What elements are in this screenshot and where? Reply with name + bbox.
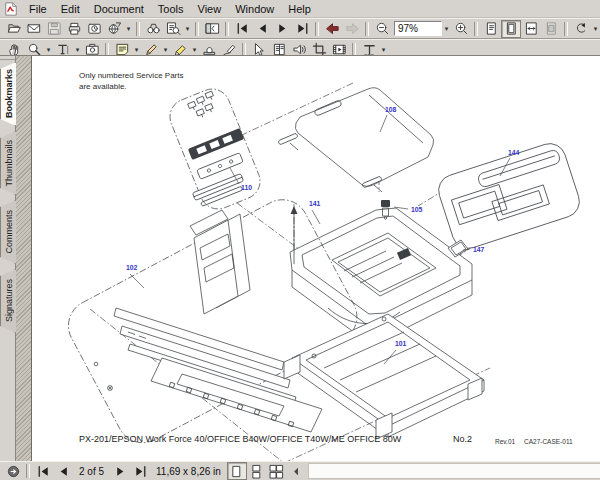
first-icon (235, 21, 250, 36)
main-area: BookmarksThumbnailsCommentsSignatures (0, 55, 600, 462)
fitvisible-icon (544, 21, 559, 36)
email-button[interactable] (24, 20, 44, 38)
tab-comments[interactable]: Comments (0, 200, 16, 264)
diagram-title: PX-201/EPSON Work Force 40/OFFICE B40W/O… (79, 434, 401, 444)
leader-line-141 (312, 210, 320, 224)
navigation-pane-splitter[interactable] (15, 56, 32, 462)
open-button[interactable] (4, 20, 24, 38)
hscroll-left-button[interactable] (287, 462, 307, 480)
menu-document[interactable]: Document (87, 2, 151, 16)
searchdoc-icon (166, 21, 181, 36)
menu-file[interactable]: File (22, 2, 54, 16)
search-button[interactable] (163, 20, 183, 38)
revision-label: Rev.01 (495, 438, 515, 445)
continuous-facing-layout-button[interactable] (267, 462, 287, 480)
previous-page-button[interactable] (252, 20, 272, 38)
menu-tools[interactable]: Tools (151, 2, 191, 16)
first-page-button[interactable] (232, 20, 252, 38)
page-size-indicator: 11,69 x 8,26 in (150, 466, 227, 477)
part-number-110: 110 (241, 184, 252, 191)
drawing-code: CA27-CASE-011 (524, 438, 573, 445)
open-icon (7, 21, 22, 36)
tab-label: Bookmarks (4, 69, 14, 118)
menu-window[interactable]: Window (228, 2, 281, 16)
status-previous-page-button[interactable] (53, 462, 73, 480)
page-indicator: 2 of 5 (73, 466, 110, 477)
menu-help[interactable]: Help (281, 2, 318, 16)
viewback-icon (325, 21, 340, 36)
continuous-layout-button[interactable] (247, 462, 267, 480)
find-button[interactable] (143, 20, 163, 38)
tab-signatures[interactable]: Signatures (0, 269, 16, 333)
viewfwd-icon (345, 21, 360, 36)
zoomout-icon (375, 21, 390, 36)
toolbar-separator (195, 22, 199, 36)
part-number-144: 144 (508, 149, 520, 156)
previous-view-button[interactable] (322, 20, 342, 38)
fit-width-button[interactable] (521, 20, 541, 38)
next-icon (113, 464, 128, 479)
rotate-view-button[interactable] (571, 20, 591, 38)
single-page-layout-button[interactable] (227, 462, 247, 480)
zoom-level-combo[interactable]: 97% (394, 21, 442, 36)
status-next-page-button[interactable] (110, 462, 130, 480)
createpdf-icon (107, 21, 122, 36)
zoom-level-combo-dropdown-arrow-icon[interactable]: ▾ (442, 21, 451, 37)
fitwidth-icon (524, 21, 539, 36)
toolbar-separator (365, 22, 369, 36)
tab-bookmarks[interactable]: Bookmarks (0, 62, 16, 126)
tab-thumbnails[interactable]: Thumbnails (0, 131, 16, 195)
actualsize-icon (484, 21, 499, 36)
organizer-button[interactable] (84, 20, 104, 38)
acrobat-pdf-icon (4, 2, 18, 16)
part-number-147: 147 (473, 246, 485, 253)
create-pdf-button-dropdown-arrow-icon[interactable]: ▾ (124, 21, 133, 37)
fit-visible-button (541, 20, 561, 38)
rotate-view-button-dropdown-arrow-icon[interactable]: ▾ (591, 21, 600, 37)
next-page-button[interactable] (272, 20, 292, 38)
last-icon (295, 21, 310, 36)
part-number-102: 102 (126, 264, 138, 271)
tab-label: Signatures (4, 279, 14, 322)
status-first-page-button[interactable] (33, 462, 53, 480)
status-last-page-button[interactable] (130, 462, 150, 480)
create-pdf-button[interactable] (104, 20, 124, 38)
singlepage-icon (229, 464, 244, 479)
part-number-108: 108 (385, 106, 397, 113)
exploded-parts-diagram: 108144110141105147102101 (32, 56, 600, 462)
fit-page-button[interactable] (501, 20, 521, 38)
continuous-icon (249, 464, 264, 479)
navigation-pane-button[interactable] (202, 20, 222, 38)
menu-edit[interactable]: Edit (54, 2, 87, 16)
first-icon (36, 464, 51, 479)
zoom-in-button[interactable] (451, 20, 471, 38)
file-toolbar: ▾▾97%▾▾ (0, 18, 600, 39)
toolbar-separator (474, 22, 478, 36)
print-button[interactable] (64, 20, 84, 38)
document-pane[interactable]: 108144110141105147102101 Only numbered S… (32, 56, 600, 462)
next-icon (275, 21, 290, 36)
part-108-top-cover (278, 88, 434, 192)
prev-icon (56, 464, 71, 479)
statnav-icon (6, 464, 21, 479)
menu-view[interactable]: View (191, 2, 229, 16)
horizontal-scrollbar-track[interactable] (308, 463, 600, 479)
part-number-141: 141 (309, 200, 321, 207)
actual-size-button[interactable] (481, 20, 501, 38)
scrollleft-icon (289, 464, 304, 479)
toolbar-separator (564, 22, 568, 36)
search-button-dropdown-arrow-icon[interactable]: ▾ (183, 21, 192, 37)
part-144-tray-cover (434, 139, 583, 252)
acrobat-window: FileEditDocumentToolsViewWindowHelp ▾▾97… (0, 0, 600, 480)
tab-label: Comments (4, 210, 14, 254)
organizer-icon (87, 21, 102, 36)
part-number-101: 101 (395, 340, 407, 347)
save-icon (47, 21, 62, 36)
last-page-button[interactable] (292, 20, 312, 38)
zoom-out-button[interactable] (372, 20, 392, 38)
status-options-button[interactable] (3, 462, 23, 480)
navigation-tabs: BookmarksThumbnailsCommentsSignatures (0, 56, 16, 462)
find-icon (146, 21, 161, 36)
toolbar-separator (315, 22, 319, 36)
facing-icon (269, 464, 284, 479)
